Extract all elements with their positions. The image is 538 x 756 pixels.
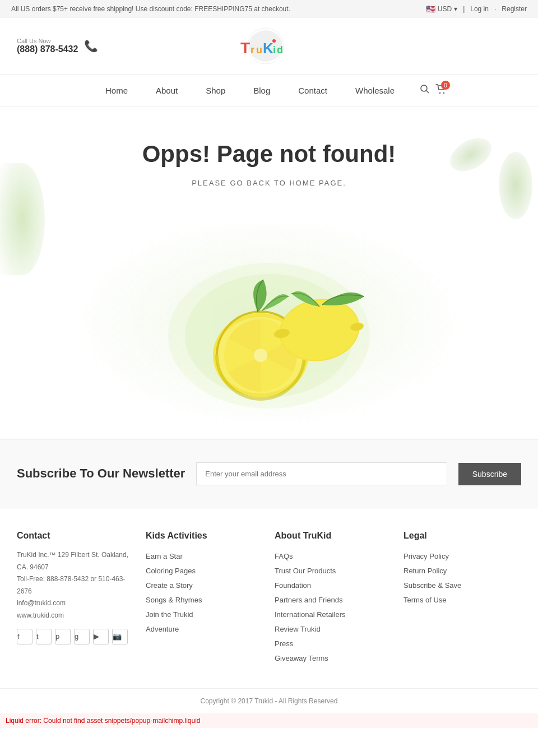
footer-partners-link[interactable]: Partners and Friends (275, 593, 392, 607)
newsletter-subscribe-button[interactable]: Subscribe (458, 463, 521, 485)
copyright-text: Copyright © 2017 Trukid - All Rights Res… (201, 697, 338, 705)
liquid-error-text: Liquid error: Could not find asset snipp… (6, 717, 201, 725)
social-pinterest-icon[interactable]: p (55, 629, 71, 644)
currency-selector[interactable]: 🇺🇸 USD ▾ (426, 4, 457, 13)
svg-text:u: u (256, 44, 262, 55)
footer-contact-heading: Contact (17, 531, 134, 541)
footer-adventure-link[interactable]: Adventure (146, 622, 263, 637)
lemon-illustration (11, 204, 527, 439)
footer-kids-col: Kids Activities Earn a Star Coloring Pag… (146, 531, 263, 666)
footer-tollfree: Toll-Free: 888-878-5432 or 510-463-2676 (17, 573, 134, 597)
promo-text: All US orders $75+ receive free shipping… (11, 5, 290, 13)
error-title: Opps! Page not found! (11, 141, 527, 168)
login-link[interactable]: Log in (470, 5, 489, 13)
phone-icon: 📞 (82, 38, 99, 54)
nav-about[interactable]: About (142, 80, 192, 101)
newsletter-title: Subscribe To Our Newsletter (17, 466, 185, 482)
nav-blog[interactable]: Blog (239, 80, 284, 101)
social-instagram-icon[interactable]: 📷 (112, 629, 128, 644)
footer-foundation-link[interactable]: Foundation (275, 578, 392, 593)
svg-point-9 (421, 85, 427, 91)
trukid-logo: T r u K i d (229, 26, 302, 66)
main-nav: Home About Shop Blog Contact Wholesale 0 (0, 75, 538, 107)
footer-songs-rhymes-link[interactable]: Songs & Rhymes (146, 593, 263, 607)
svg-line-10 (426, 91, 429, 94)
footer-email: info@trukid.com (17, 597, 134, 610)
nav-icons: 0 (420, 84, 447, 97)
currency-label: USD (438, 5, 452, 13)
lemon-svg (157, 224, 381, 420)
cart-button[interactable]: 0 (435, 84, 447, 97)
nav-shop[interactable]: Shop (192, 80, 239, 101)
footer-about-col: About TruKid FAQs Trust Our Products Fou… (275, 531, 392, 666)
header: Call Us Now (888) 878-5432 📞 T r u K i d (0, 18, 538, 75)
footer-create-story-link[interactable]: Create a Story (146, 578, 263, 593)
footer-giveaway-link[interactable]: Giveaway Terms (275, 651, 392, 666)
flag-icon: 🇺🇸 (426, 4, 435, 13)
social-youtube-icon[interactable]: ▶ (93, 629, 109, 644)
footer-press-link[interactable]: Press (275, 637, 392, 651)
footer-international-link[interactable]: International Retailers (275, 607, 392, 622)
svg-text:i: i (273, 44, 276, 55)
search-icon (420, 84, 430, 94)
call-now-label: Call Us Now (17, 38, 78, 44)
footer-join-trukid-link[interactable]: Join the Trukid (146, 607, 263, 622)
newsletter-email-input[interactable] (196, 462, 447, 485)
nav-home[interactable]: Home (91, 80, 142, 101)
svg-point-12 (443, 92, 444, 94)
logo-container[interactable]: T r u K i d (229, 26, 302, 66)
newsletter-input-wrap (196, 462, 447, 485)
footer-review-link[interactable]: Review Trukid (275, 622, 392, 637)
footer-privacy-link[interactable]: Privacy Policy (404, 549, 521, 564)
header-left: Call Us Now (888) 878-5432 📞 (17, 38, 99, 54)
register-link[interactable]: Register (502, 5, 527, 13)
footer-contact-col: Contact TruKid Inc.™ 129 Filbert St. Oak… (17, 531, 134, 666)
phone-info: Call Us Now (888) 878-5432 (17, 38, 78, 54)
search-button[interactable] (420, 84, 430, 97)
footer-faqs-link[interactable]: FAQs (275, 549, 392, 564)
svg-point-17 (254, 349, 267, 362)
top-bar: All US orders $75+ receive free shipping… (0, 0, 538, 18)
svg-text:K: K (263, 40, 273, 57)
liquid-error-bar: Liquid error: Could not find asset snipp… (0, 713, 538, 728)
svg-text:r: r (251, 44, 254, 55)
error-subtitle: PLEASE GO BACK TO HOME PAGE. (11, 179, 527, 187)
svg-text:T: T (240, 39, 250, 57)
phone-number: (888) 878-5432 (17, 44, 78, 54)
cart-badge: 0 (441, 81, 450, 90)
svg-point-11 (439, 92, 440, 94)
svg-point-8 (272, 39, 276, 43)
footer-contact-address: TruKid Inc.™ 129 Filbert St. Oakland, CA… (17, 549, 134, 622)
copyright-bar: Copyright © 2017 Trukid - All Rights Res… (0, 688, 538, 713)
footer-subscribe-save-link[interactable]: Subscribe & Save (404, 578, 521, 593)
svg-text:d: d (277, 44, 283, 55)
footer-legal-col: Legal Privacy Policy Return Policy Subsc… (404, 531, 521, 666)
go-home-link[interactable]: PLEASE GO BACK TO HOME PAGE. (192, 179, 346, 187)
footer-coloring-pages-link[interactable]: Coloring Pages (146, 564, 263, 578)
social-icons: f t p g ▶ 📷 (17, 629, 134, 644)
top-bar-right: 🇺🇸 USD ▾ | Log in · Register (426, 4, 527, 13)
error-section: Opps! Page not found! PLEASE GO BACK TO … (0, 107, 538, 439)
currency-chevron-icon: ▾ (454, 5, 457, 13)
social-googleplus-icon[interactable]: g (74, 629, 90, 644)
nav-wholesale[interactable]: Wholesale (341, 80, 409, 101)
footer-trust-products-link[interactable]: Trust Our Products (275, 564, 392, 578)
footer-legal-heading: Legal (404, 531, 521, 541)
footer-return-link[interactable]: Return Policy (404, 564, 521, 578)
footer: Contact TruKid Inc.™ 129 Filbert St. Oak… (0, 508, 538, 688)
newsletter-section: Subscribe To Our Newsletter Subscribe (0, 439, 538, 508)
footer-kids-heading: Kids Activities (146, 531, 263, 541)
social-twitter-icon[interactable]: t (36, 629, 52, 644)
footer-address: TruKid Inc.™ 129 Filbert St. Oakland, CA… (17, 549, 134, 573)
footer-terms-link[interactable]: Terms of Use (404, 593, 521, 607)
footer-earn-star-link[interactable]: Earn a Star (146, 549, 263, 564)
footer-about-heading: About TruKid (275, 531, 392, 541)
footer-website: www.trukid.com (17, 610, 134, 622)
nav-contact[interactable]: Contact (284, 80, 341, 101)
leaf-top-right-decoration (444, 131, 497, 178)
social-facebook-icon[interactable]: f (17, 629, 33, 644)
